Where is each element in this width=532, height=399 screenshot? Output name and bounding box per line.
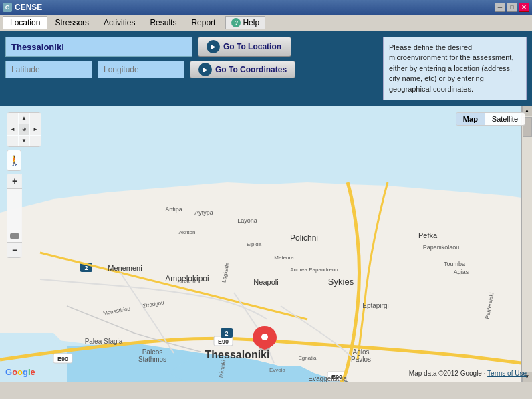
svg-text:Stathmos: Stathmos xyxy=(138,356,166,363)
nav-sw-button xyxy=(7,136,18,146)
nav-se-button xyxy=(30,136,41,146)
info-text: Please define the desired microenvironme… xyxy=(389,43,513,93)
longitude-input[interactable] xyxy=(98,61,184,78)
coord-row: ► Go To Coordinates xyxy=(5,61,378,78)
tab-location[interactable]: Location xyxy=(3,16,47,29)
tab-stressors[interactable]: Stressors xyxy=(47,16,96,29)
svg-text:E90: E90 xyxy=(57,356,68,362)
svg-text:Pavlos: Pavlos xyxy=(351,356,371,363)
zoom-slider-knob[interactable] xyxy=(10,233,19,239)
svg-text:Andrea Papandreou: Andrea Papandreou xyxy=(290,267,338,273)
location-row: ► Go To Location xyxy=(5,37,378,57)
map-container[interactable]: E90 E90 E90 2 2 xyxy=(0,106,532,382)
zoom-control[interactable]: + − xyxy=(7,174,21,258)
minimize-button[interactable]: ─ xyxy=(495,3,505,12)
nav-up-button[interactable]: ▲ xyxy=(19,113,29,124)
svg-text:Meteora: Meteora xyxy=(274,255,294,261)
map-type-buttons[interactable]: Map Satellite xyxy=(456,112,525,126)
help-icon: ? xyxy=(231,18,241,27)
svg-text:Menemeni: Menemeni xyxy=(108,264,142,272)
go-coords-icon: ► xyxy=(198,63,212,76)
google-logo: Google xyxy=(5,367,35,377)
svg-text:Neapoli: Neapoli xyxy=(253,278,278,286)
top-panel: ► Go To Location ► Go To Coordinates Ple… xyxy=(0,31,532,106)
map-svg: E90 E90 E90 2 2 xyxy=(0,106,521,382)
svg-text:Agios: Agios xyxy=(352,348,369,356)
svg-text:Papanikolaou: Papanikolaou xyxy=(423,244,460,251)
tab-activities[interactable]: Activities xyxy=(96,16,142,29)
nav-right-button[interactable]: ► xyxy=(30,124,41,135)
help-button[interactable]: ? Help xyxy=(225,16,265,29)
zoom-in-button[interactable]: + xyxy=(7,174,22,189)
terms-of-use-link[interactable]: Terms of Use xyxy=(487,370,527,377)
svg-text:Evvoia: Evvoia xyxy=(269,367,286,373)
svg-text:Layona: Layona xyxy=(237,217,257,224)
map-type-map-button[interactable]: Map xyxy=(456,113,485,125)
svg-text:Ampelokipoi: Ampelokipoi xyxy=(165,274,209,283)
location-input[interactable] xyxy=(5,37,192,57)
svg-text:Akriton: Akriton xyxy=(179,229,196,235)
window-controls[interactable]: ─ □ ✕ xyxy=(495,3,529,12)
svg-text:2: 2 xyxy=(84,265,88,271)
svg-text:Palea Sfagia: Palea Sfagia xyxy=(85,338,123,345)
info-box: Please define the desired microenvironme… xyxy=(383,37,527,100)
svg-text:Paleos: Paleos xyxy=(142,348,163,356)
scrollbar-right[interactable]: ▲ ▼ xyxy=(521,106,532,382)
map-background: E90 E90 E90 2 2 xyxy=(0,106,532,382)
help-label: Help xyxy=(243,18,259,27)
controls-area: ► Go To Location ► Go To Coordinates xyxy=(5,37,378,78)
scroll-track[interactable] xyxy=(522,116,533,372)
go-coords-button[interactable]: ► Go To Coordinates xyxy=(190,61,295,78)
go-location-label: Go To Location xyxy=(223,42,281,51)
map-data-label: Map data ©2012 Google xyxy=(409,370,482,377)
nav-wheel[interactable]: ▲ ◄ ⊕ ► ▼ xyxy=(7,112,41,147)
menu-bar: Location Stressors Activities Results Re… xyxy=(0,15,532,31)
svg-text:Eptapirgi: Eptapirgi xyxy=(362,302,388,309)
svg-text:Elpida: Elpida xyxy=(247,241,262,247)
nav-ne-button xyxy=(30,113,41,124)
svg-text:Egnatia: Egnatia xyxy=(298,355,317,361)
map-attribution: Map data ©2012 Google · Terms of Use xyxy=(409,370,527,377)
go-coords-label: Go To Coordinates xyxy=(215,65,287,74)
maximize-button[interactable]: □ xyxy=(507,3,517,12)
app-icon: C xyxy=(3,3,12,12)
svg-text:2: 2 xyxy=(225,330,228,337)
title-bar: C CENSE ─ □ ✕ xyxy=(0,0,532,15)
svg-text:Agias: Agias xyxy=(454,269,469,275)
tab-results[interactable]: Results xyxy=(142,16,184,29)
app-title: CENSE xyxy=(15,3,42,12)
map-controls: ▲ ◄ ⊕ ► ▼ 🚶 + − xyxy=(7,112,41,258)
svg-text:Evaggelistria: Evaggelistria xyxy=(308,375,347,382)
close-button[interactable]: ✕ xyxy=(519,3,529,12)
go-location-icon: ► xyxy=(207,40,220,53)
svg-text:Antipa: Antipa xyxy=(165,206,182,213)
nav-nw-button xyxy=(7,113,18,124)
nav-down-button[interactable]: ▼ xyxy=(19,136,29,146)
svg-text:Thessaloniki: Thessaloniki xyxy=(205,349,270,360)
zoom-slider-track[interactable] xyxy=(7,189,22,243)
nav-left-button[interactable]: ◄ xyxy=(7,124,18,135)
tab-report[interactable]: Report xyxy=(184,16,223,29)
svg-text:Toumba: Toumba xyxy=(444,261,465,267)
svg-text:Polichni: Polichni xyxy=(290,233,318,243)
svg-text:E90: E90 xyxy=(218,338,229,345)
latitude-input[interactable] xyxy=(5,61,92,78)
map-type-satellite-button[interactable]: Satellite xyxy=(485,113,525,125)
svg-point-57 xyxy=(261,334,268,340)
nav-center: ⊕ xyxy=(19,124,29,135)
zoom-out-button[interactable]: − xyxy=(7,243,22,257)
svg-text:Pefka: Pefka xyxy=(418,231,438,239)
go-location-button[interactable]: ► Go To Location xyxy=(198,37,291,57)
svg-text:Aytypa: Aytypa xyxy=(194,209,213,216)
streetview-button[interactable]: 🚶 xyxy=(7,150,21,171)
svg-text:Sykies: Sykies xyxy=(328,277,354,287)
